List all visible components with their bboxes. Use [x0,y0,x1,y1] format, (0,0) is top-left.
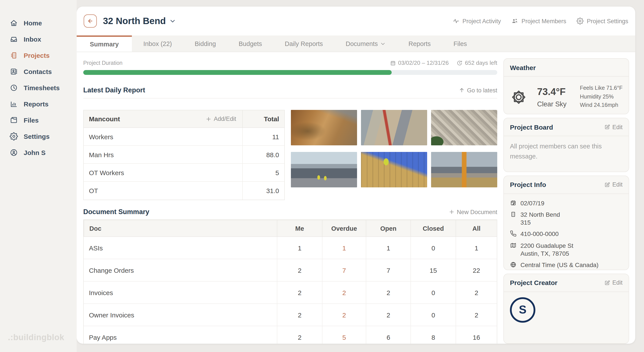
header-action-label: Project Members [522,18,566,24]
project-settings-button[interactable]: Project Settings [577,17,628,24]
sidebar-item-settings[interactable]: Settings [0,128,77,144]
project-info-row: Central Time (US & Canada) [510,261,622,269]
doc-me-count: 2 [277,282,322,303]
site-photo-crane-city[interactable] [431,152,497,187]
tab-label: Budgets [239,40,262,47]
doc-overdue-count: 5 [322,326,366,344]
project-board-header: Project Board Edit [504,118,629,136]
duration-dates: 03/02/20 – 12/31/26 [390,59,448,66]
members-icon [512,17,518,24]
calendar-icon [390,60,396,66]
project-info-panel: Project Info Edit 02/07/19 32 North Bend… [503,176,629,270]
project-board-edit-button[interactable]: Edit [604,124,622,130]
project-info-text: Central Time (US & Canada) [520,261,598,269]
weather-panel: Weather 73.4°F Clear Sky Feels Like 71.6… [503,58,629,114]
user-icon [10,148,18,157]
tab-daily-reports[interactable]: Daily Reports [273,35,334,52]
duration-progress-fill [83,70,392,75]
daily-report-photos [291,110,497,187]
tab-documents[interactable]: Documents [334,35,397,52]
sidebar-item-john-s[interactable]: John S [0,144,77,161]
weather-title: Weather [510,64,536,71]
mancount-row-total: 88.0 [242,146,284,163]
gear-icon [577,17,584,24]
sidebar-item-label: John S [24,149,46,156]
sidebar-item-inbox[interactable]: Inbox [0,31,77,47]
doc-table-row[interactable]: ASIs 1 1 1 0 1 [84,237,497,259]
plus-icon [206,116,212,122]
tab-summary[interactable]: Summary [77,35,132,52]
site-photo-excavation[interactable] [291,110,357,145]
project-info-header: Project Info Edit [504,176,629,194]
project-duration-row: Project Duration 03/02/20 – 12/31/26 [83,59,497,66]
doc-name: Change Orders [84,259,277,281]
project-title-dropdown[interactable]: 32 North Bend [103,16,176,26]
project-info-edit-button[interactable]: Edit [604,181,622,188]
site-photo-aerial-cranes[interactable] [431,110,497,145]
mancount-row: Workers 11 [84,128,284,146]
sidebar-item-contacts[interactable]: Contacts [0,63,77,80]
weather-temp-block: 73.4°F Clear Sky [537,86,566,108]
sidebar-item-label: Inbox [24,35,41,43]
sidebar-item-label: Files [24,116,38,124]
mancount-row-label: OT Workers [84,169,124,176]
project-header: 32 North Bend Project Activity Project M… [77,6,635,35]
mancount-table: Mancount Add/Edit Total Workers 11 Man H… [83,110,285,200]
site-photo-aerial-buildings[interactable] [361,110,427,145]
site-photo-framing-workers[interactable] [361,152,427,187]
project-info-text: 2200 Guadalupe StAustin, TX, 78705 [520,241,573,257]
project-activity-button[interactable]: Project Activity [452,17,501,24]
mancount-total-header: Total [242,110,284,127]
page-title: 32 North Bend [103,16,166,26]
sidebar-item-home[interactable]: Home [0,15,77,31]
arrow-left-icon [87,17,94,24]
duration-range: 03/02/20 – 12/31/26 [398,59,448,66]
doc-open-count: 2 [366,304,410,326]
doc-table-row[interactable]: Invoices 2 2 2 0 2 [84,282,497,304]
go-to-latest-link[interactable]: Go to latest [459,87,497,93]
document-summary-title: Document Summary [83,208,149,216]
tab-label: Bidding [195,40,216,47]
sidebar-item-files[interactable]: Files [0,112,77,128]
map-icon [510,242,516,249]
tab-bidding[interactable]: Bidding [183,35,227,52]
tab-label: Files [454,40,467,47]
mancount-add-edit-button[interactable]: Add/Edit [206,116,242,122]
header-action-label: Project Activity [462,18,501,24]
tab-bar: Summary Inbox (22) Bidding Budgets Daily… [77,35,635,52]
mancount-row: OT 31.0 [84,182,284,200]
doc-name: ASIs [84,237,277,259]
project-creator-title: Project Creator [510,279,558,286]
project-members-button[interactable]: Project Members [512,17,566,24]
weather-temp: 73.4°F [537,86,566,97]
new-document-button[interactable]: New Document [448,209,497,215]
tab-reports[interactable]: Reports [397,35,442,52]
project-info-title: Project Info [510,181,546,188]
project-info-text: 32 North Bend315 [520,211,560,227]
document-summary-header: Document Summary New Document [83,208,497,220]
project-creator-edit-button[interactable]: Edit [604,279,622,286]
doc-me-count: 2 [277,326,322,344]
settings-icon [10,132,18,141]
back-button[interactable] [84,14,97,27]
sidebar-item-reports[interactable]: Reports [0,96,77,112]
tab-budgets[interactable]: Budgets [227,35,273,52]
doc-column-header: Me [277,220,322,236]
tab-inbox-22-[interactable]: Inbox (22) [132,35,183,52]
files-icon [10,116,18,124]
site-photo-bridge-workers[interactable] [291,152,357,187]
duration-meta: 03/02/20 – 12/31/26 652 days left [390,59,497,66]
tab-label: Reports [408,40,431,47]
sidebar-item-timesheets[interactable]: Timesheets [0,80,77,96]
mancount-header: Mancount Add/Edit Total [84,110,284,128]
doc-open-count: 2 [366,282,410,303]
doc-table-row[interactable]: Owner Invoices 2 2 2 0 2 [84,304,497,326]
weather-body: 73.4°F Clear Sky Feels Like 71.6°FHumidi… [504,77,629,114]
main-column: Project Duration 03/02/20 – 12/31/26 [83,58,497,344]
doc-table-row[interactable]: Pay Apps 2 5 6 8 16 [84,326,497,344]
doc-closed-count: 15 [410,259,456,281]
tab-files[interactable]: Files [442,35,478,52]
sidebar-item-projects[interactable]: Projects [0,47,77,63]
doc-table-row[interactable]: Change Orders 2 7 7 15 22 [84,259,497,282]
right-column: Weather 73.4°F Clear Sky Feels Like 71.6… [503,58,629,344]
